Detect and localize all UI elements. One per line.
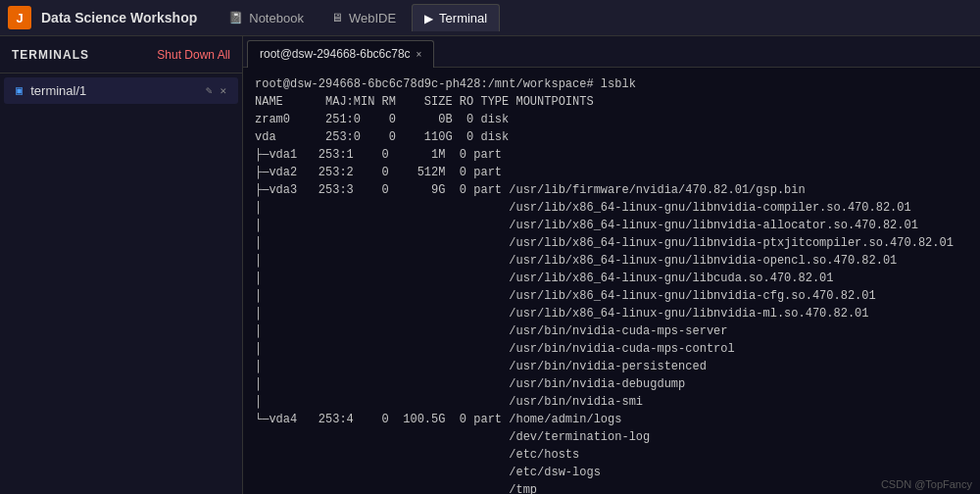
terminal-tab-label: root@dsw-294668-6bc6c78c [260, 47, 411, 61]
notebook-icon: 📓 [228, 11, 243, 25]
shutdown-all-button[interactable]: Shut Down All [157, 48, 230, 62]
tab-bar: 📓 Notebook 🖥 WebIDE ▶ Terminal [217, 4, 500, 31]
close-terminal-icon[interactable]: ✕ [220, 84, 226, 97]
tab-notebook[interactable]: 📓 Notebook [217, 4, 316, 31]
terminals-title: TERMINALS [12, 48, 89, 62]
tab-webide-label: WebIDE [349, 11, 396, 25]
terminal-tab-bar: root@dsw-294668-6bc6c78c × [243, 36, 980, 68]
terminal-content[interactable]: root@dsw-294668-6bc6c78d9c-ph428:/mnt/wo… [243, 68, 980, 494]
tab-terminal-label: Terminal [439, 11, 487, 25]
app-logo-icon: J [8, 6, 31, 29]
tab-terminal[interactable]: ▶ Terminal [412, 4, 500, 31]
left-panel: TERMINALS Shut Down All ▣ terminal/1 ✎ ✕ [0, 36, 243, 494]
webide-icon: 🖥 [331, 11, 343, 25]
terminal-list-icon: ▣ [16, 83, 23, 98]
tab-notebook-label: Notebook [249, 11, 304, 25]
terminal-item-label: terminal/1 [30, 83, 198, 98]
main-layout: TERMINALS Shut Down All ▣ terminal/1 ✎ ✕… [0, 36, 980, 494]
terminal-icon: ▶ [424, 12, 433, 25]
rename-icon[interactable]: ✎ [206, 84, 213, 97]
tab-webide[interactable]: 🖥 WebIDE [319, 4, 408, 31]
terminal-output: root@dsw-294668-6bc6c78d9c-ph428:/mnt/wo… [255, 75, 968, 494]
left-panel-header: TERMINALS Shut Down All [0, 36, 242, 74]
terminal-list-item[interactable]: ▣ terminal/1 ✎ ✕ [4, 77, 238, 104]
right-panel: root@dsw-294668-6bc6c78c × root@dsw-2946… [243, 36, 980, 494]
title-bar: J Data Science Workshop 📓 Notebook 🖥 Web… [0, 0, 980, 36]
watermark: CSDN @TopFancy [881, 478, 972, 490]
terminal-tab-close-icon[interactable]: × [416, 49, 422, 60]
terminal-item-actions: ✎ ✕ [206, 84, 226, 97]
svg-text:J: J [16, 11, 23, 25]
active-terminal-tab[interactable]: root@dsw-294668-6bc6c78c × [247, 40, 434, 68]
app-title: Data Science Workshop [41, 10, 197, 25]
